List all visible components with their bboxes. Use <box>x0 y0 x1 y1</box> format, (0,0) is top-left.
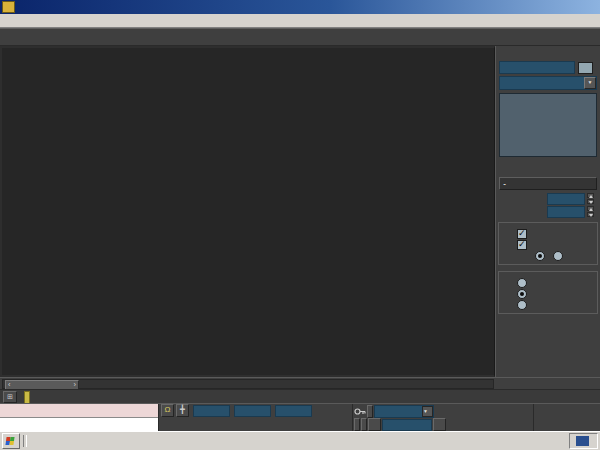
segments-spinner[interactable] <box>587 206 594 217</box>
viewport-navigation-controls <box>533 404 600 431</box>
time-slider-track[interactable] <box>2 379 494 389</box>
current-frame-marker[interactable] <box>24 391 30 403</box>
output-group <box>498 271 598 314</box>
dropdown-arrow-icon[interactable] <box>584 77 596 89</box>
amount-row <box>496 192 600 205</box>
time-configuration-button[interactable] <box>433 418 446 431</box>
segments-row <box>496 205 600 218</box>
windows-taskbar <box>0 431 600 450</box>
coordinates-row: Ω ╋ <box>161 404 350 418</box>
amount-field[interactable] <box>547 193 585 205</box>
morph-radio[interactable] <box>535 251 545 261</box>
output-patch-radio[interactable] <box>517 278 527 288</box>
modifier-stack <box>499 93 597 157</box>
main-toolbar <box>0 28 600 46</box>
modifier-stack-buttons <box>496 157 600 174</box>
cap-start-checkbox[interactable] <box>517 229 527 239</box>
system-tray <box>569 433 598 449</box>
object-name-field[interactable] <box>499 61 575 74</box>
track-bar[interactable]: ⊞ <box>0 389 600 403</box>
z-coordinate-field[interactable] <box>275 405 312 417</box>
status-center: Ω ╋ <box>159 404 352 431</box>
time-slider-row <box>0 377 600 389</box>
cap-end-checkbox[interactable] <box>517 240 527 250</box>
set-key-button[interactable] <box>354 418 360 431</box>
macro-recorder-pane[interactable] <box>0 404 158 418</box>
capping-group <box>498 222 598 265</box>
status-bar: Ω ╋ <box>0 403 600 431</box>
key-filters-button[interactable] <box>361 418 367 431</box>
listener-pane[interactable] <box>0 418 158 431</box>
start-button[interactable] <box>2 433 20 449</box>
prompt-row <box>161 418 350 432</box>
taskbar-separator <box>23 435 27 447</box>
key-mode-toggle[interactable] <box>368 418 381 431</box>
parameters-rollout-header[interactable]: - <box>499 177 597 190</box>
object-color-swatch[interactable] <box>578 62 593 74</box>
open-mini-curve-editor-button[interactable]: ⊞ <box>3 391 17 403</box>
command-panel: - <box>495 46 600 377</box>
absolute-offset-toggle-icon[interactable]: ╋ <box>176 404 189 417</box>
name-and-color-row <box>496 60 600 75</box>
key-selection-dropdown[interactable] <box>374 405 434 418</box>
amount-spinner[interactable] <box>587 193 594 204</box>
current-frame-field[interactable] <box>382 419 432 431</box>
animation-controls <box>352 404 533 431</box>
grid-radio[interactable] <box>553 251 563 261</box>
app-icon <box>2 1 15 13</box>
segments-field[interactable] <box>547 206 585 218</box>
y-coordinate-field[interactable] <box>234 405 271 417</box>
output-nurbs-radio[interactable] <box>517 300 527 310</box>
language-indicator[interactable] <box>576 436 589 446</box>
windows-logo-icon <box>5 437 14 445</box>
modifier-list-dropdown[interactable] <box>499 76 597 90</box>
viewport-canvas[interactable] <box>2 48 494 375</box>
workspace: - <box>0 46 600 377</box>
output-mesh-radio[interactable] <box>517 289 527 299</box>
key-icon <box>354 406 366 417</box>
auto-key-button[interactable] <box>367 405 373 418</box>
title-bar <box>0 0 600 14</box>
viewport-perspective[interactable] <box>0 46 495 377</box>
lock-selection-icon[interactable]: Ω <box>161 404 174 417</box>
menu-bar <box>0 14 600 28</box>
dropdown-arrow-icon[interactable] <box>422 406 433 417</box>
x-coordinate-field[interactable] <box>193 405 230 417</box>
rollout-collapse-icon[interactable]: - <box>500 179 510 188</box>
command-panel-tabs <box>496 46 600 60</box>
3ds-max-application-window: - <box>0 0 600 450</box>
maxscript-mini-listener <box>0 404 159 431</box>
